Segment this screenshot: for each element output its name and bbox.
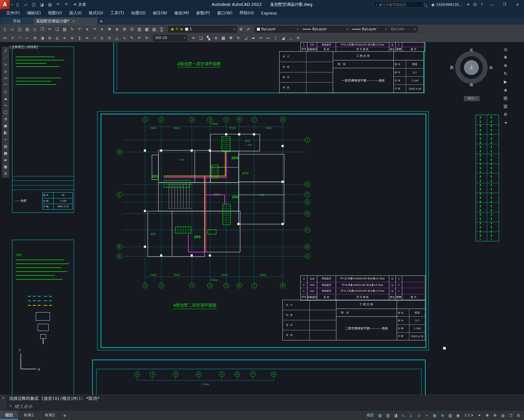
- transparency-icon[interactable]: ▧: [446, 412, 454, 419]
- compass-north[interactable]: 北: [470, 48, 473, 53]
- plot-icon[interactable]: ▤: [46, 0, 54, 9]
- axis-bubbles-right[interactable]: [305, 137, 310, 259]
- menu-item[interactable]: 窗口(W): [214, 9, 236, 17]
- autodesk-app-icon[interactable]: Ⓐ: [472, 2, 478, 7]
- match-properties-icon[interactable]: ✎: [69, 26, 76, 33]
- redo-icon[interactable]: ↷: [62, 0, 70, 9]
- ortho-icon[interactable]: ∟: [400, 412, 407, 419]
- menu-item[interactable]: 插入(I): [66, 9, 85, 17]
- tolerance-icon[interactable]: ±: [98, 34, 106, 42]
- pan-hand-icon[interactable]: ✥: [502, 55, 509, 61]
- dim-continue-icon[interactable]: ∥: [76, 34, 83, 42]
- copy-icon[interactable]: ❏: [54, 26, 61, 33]
- fan-coil-callouts[interactable]: 203 202 202 201: [151, 156, 239, 239]
- drawing-tab[interactable]: 某别墅空调设计图* ×: [33, 18, 97, 25]
- collapse-icon[interactable]: ◂: [502, 120, 509, 126]
- grid-bubbles-top[interactable]: [143, 117, 285, 122]
- fan-coil-units[interactable]: [164, 137, 231, 234]
- sheet3-grid-numbers[interactable]: 1 2 3 4 5 6 7 8 17400: [136, 373, 274, 386]
- line-tool-icon[interactable]: ╱: [2, 47, 9, 54]
- lineweight-dropdown-arrow[interactable]: ▾: [385, 28, 387, 31]
- open-icon[interactable]: ▱: [9, 26, 16, 33]
- gradient-tool-icon[interactable]: ▩: [2, 150, 9, 157]
- rectangle-tool-icon[interactable]: ▭: [2, 75, 9, 82]
- extend-icon[interactable]: ↦: [265, 34, 272, 42]
- stairs[interactable]: [168, 184, 192, 208]
- offset-icon[interactable]: ≋: [212, 34, 219, 42]
- close-button[interactable]: ✕: [511, 0, 524, 9]
- array-icon[interactable]: ▦: [220, 34, 227, 42]
- anchor-icon[interactable]: ◈: [502, 87, 509, 94]
- search-icon[interactable]: [424, 3, 427, 6]
- search-dropdown-arrow[interactable]: ▸: [376, 3, 377, 6]
- start-tab[interactable]: 开始: [1, 18, 33, 25]
- dim-update-icon[interactable]: ↻: [143, 34, 150, 42]
- layout1-tab[interactable]: 布局1: [19, 411, 40, 420]
- menu-item[interactable]: 格式(O): [85, 9, 107, 17]
- grid-icon[interactable]: ▦: [376, 412, 384, 419]
- menu-item[interactable]: 标注(N): [149, 9, 171, 17]
- qnew-icon[interactable]: ▯: [14, 0, 21, 9]
- annotation-visibility-icon[interactable]: ✦: [476, 412, 483, 419]
- axis-bubbles-left[interactable]: [117, 149, 122, 259]
- lineweight-display-icon[interactable]: ≡: [439, 412, 446, 419]
- infer-constraints-icon[interactable]: ◨: [392, 412, 399, 419]
- dim-baseline-icon[interactable]: ≡: [69, 34, 76, 42]
- trim-icon[interactable]: ✂: [257, 34, 264, 42]
- create-block-icon[interactable]: ◧: [2, 129, 9, 136]
- menu-item[interactable]: Express: [257, 9, 281, 17]
- dim-space-icon[interactable]: ≒: [83, 34, 91, 42]
- explode-icon[interactable]: ✳: [294, 34, 302, 42]
- dim-aligned-icon[interactable]: ↗: [9, 34, 16, 42]
- titleblock-sheet1[interactable]: 设 计制 图校 对审 核 工程总称 项 目 一层空调管道平面————热泵 图 别…: [279, 51, 424, 93]
- command-input-icon[interactable]: ✎: [9, 404, 12, 408]
- layer-freeze-icon[interactable]: ☀: [175, 27, 179, 31]
- compass-west[interactable]: 西: [450, 65, 454, 70]
- designcenter-icon[interactable]: ▦: [143, 26, 150, 33]
- qnew-icon[interactable]: ▯: [1, 26, 8, 33]
- autoscale-icon[interactable]: ✚: [483, 412, 491, 419]
- object-snap-tracking-icon[interactable]: ≍: [423, 412, 430, 419]
- dim-jogged-icon[interactable]: ◑: [39, 34, 46, 42]
- quick-dim-icon[interactable]: ≍: [61, 34, 68, 42]
- equipment-table-sheet2[interactable]: 3 203 风机盘管 FP-10,风量=1000m3/h 制冷量=5.3kw 台…: [300, 275, 425, 300]
- menu-item[interactable]: 参数(P): [193, 9, 213, 17]
- circle-tool-icon[interactable]: ○: [2, 88, 9, 95]
- grid-bubble-numbers-bottom[interactable]: 1 2 3 4 5 6 7 8: [144, 284, 283, 287]
- color-control-dropdown[interactable]: ByLayer ▾: [255, 26, 300, 32]
- menu-item[interactable]: 修改(M): [171, 9, 193, 17]
- layer-dropdown-arrow[interactable]: ▾: [233, 28, 235, 31]
- chamfer-icon[interactable]: ◢: [280, 34, 287, 42]
- linetype-control-dropdown[interactable]: ByLayer ▾: [301, 26, 350, 32]
- autocad-logo[interactable]: A: [0, 0, 10, 9]
- show-motion-icon[interactable]: ▶: [502, 79, 509, 86]
- customize-icon[interactable]: ≣: [515, 412, 522, 419]
- sheetset-icon[interactable]: ▤: [502, 95, 509, 102]
- scale-icon[interactable]: ◿: [242, 34, 249, 42]
- menu-item[interactable]: 编辑(E): [23, 9, 44, 17]
- list-icon[interactable]: ≣: [502, 112, 509, 118]
- table-tool-icon[interactable]: ▦: [2, 163, 9, 170]
- menu-item[interactable]: 视图(V): [44, 9, 66, 17]
- revision-cloud-icon[interactable]: ☁: [2, 95, 9, 102]
- fillet-icon[interactable]: ◡: [287, 34, 294, 42]
- layout2-tab[interactable]: 布局2: [40, 411, 61, 420]
- plan1-title[interactable]: A型别墅一层空调平面图: [177, 61, 221, 66]
- compass-south[interactable]: 南: [470, 83, 473, 87]
- dimstyle-dropdown-arrow[interactable]: ▾: [183, 36, 185, 40]
- dim-ordinate-icon[interactable]: ⌐: [24, 34, 31, 42]
- undo-list-icon[interactable]: ▾: [83, 26, 91, 33]
- region-tool-icon[interactable]: ▰: [2, 157, 9, 163]
- stretch-icon[interactable]: ➡: [250, 34, 257, 42]
- dim-diameter-icon[interactable]: ⊘: [46, 34, 53, 42]
- cut-icon[interactable]: ✂: [46, 26, 53, 33]
- quickcalc-icon[interactable]: ∑: [158, 26, 165, 33]
- rotate-icon[interactable]: ↻: [235, 34, 242, 42]
- plotstyle-control-dropdown[interactable]: ByColor ▾: [389, 26, 418, 32]
- selection-cycling-icon[interactable]: ◉: [454, 412, 462, 419]
- model-tab[interactable]: 模型: [0, 411, 19, 420]
- tab-close-icon[interactable]: ×: [72, 19, 75, 23]
- selection-grip[interactable]: [443, 347, 446, 350]
- mirror-icon[interactable]: ▚: [205, 34, 212, 42]
- zoom-extents-icon[interactable]: ⊕: [502, 63, 509, 70]
